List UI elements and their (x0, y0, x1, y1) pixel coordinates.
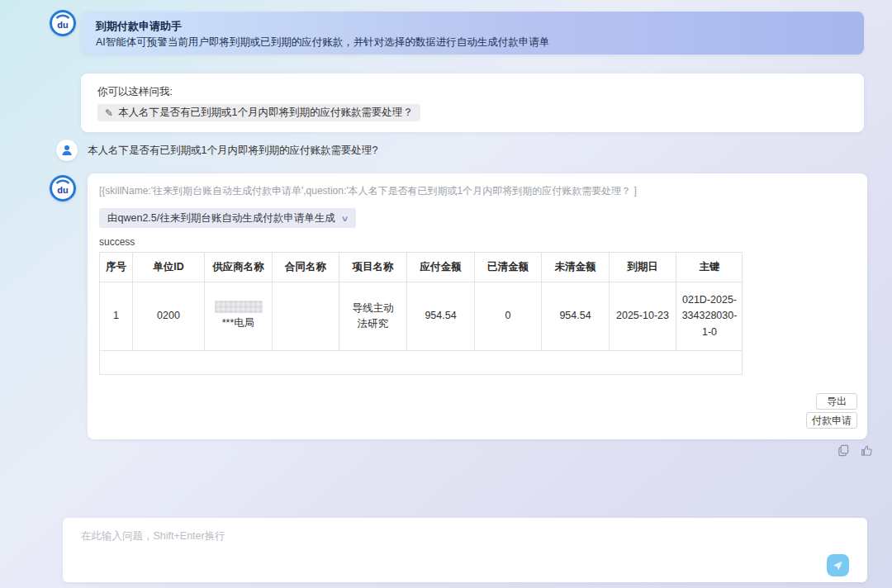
col-header-outstanding: 未清金额 (542, 253, 610, 282)
copy-icon[interactable] (837, 444, 850, 457)
cell-payable: 954.54 (407, 282, 475, 350)
cell-supplier: ***电局 (205, 282, 273, 350)
cell-unit-id: 0200 (133, 282, 205, 350)
cell-primary-key: 021D-2025-334328030-1-0 (676, 282, 743, 350)
table-empty-row (100, 351, 742, 374)
send-button[interactable] (827, 554, 849, 576)
bot-logo-icon: du (50, 175, 76, 202)
col-header-cleared: 已清金额 (475, 253, 542, 282)
suggestion-card: 你可以这样问我: ✎ 本人名下是否有已到期或1个月内即将到期的应付账款需要处理？ (81, 74, 864, 132)
col-header-seq: 序号 (100, 253, 133, 282)
bot-logo-icon: du (50, 10, 76, 36)
cell-due-date: 2025-10-23 (610, 282, 676, 350)
export-button[interactable]: 导出 (816, 393, 857, 410)
svg-text:du: du (57, 20, 68, 30)
cell-outstanding: 954.54 (542, 282, 610, 350)
svg-text:du: du (57, 185, 68, 195)
question-input[interactable] (79, 528, 809, 576)
suggested-question-chip[interactable]: ✎ 本人名下是否有已到期或1个月内即将到期的应付账款需要处理？ (97, 104, 420, 121)
skill-info-text: [{skillName:'往来到期台账自动生成付款申请单',question:'… (99, 184, 637, 198)
payment-request-button[interactable]: 付款申请 (806, 412, 857, 429)
cell-cleared: 0 (475, 282, 542, 350)
user-message-row: 本人名下是否有已到期或1个月内即将到期的应付账款需要处理? (56, 140, 377, 161)
cell-supplier-text: ***电局 (222, 315, 255, 331)
col-header-payable: 应付金额 (407, 253, 475, 282)
user-avatar (56, 140, 78, 161)
col-header-contract: 合同名称 (273, 253, 339, 282)
col-header-project: 项目名称 (339, 253, 407, 282)
suggestion-heading: 你可以这样问我: (97, 85, 173, 99)
col-header-due-date: 到期日 (610, 253, 676, 282)
thumbs-up-icon[interactable] (861, 444, 873, 457)
redaction-mosaic (215, 301, 263, 313)
bot-avatar: du (50, 175, 76, 202)
cell-seq: 1 (100, 282, 133, 350)
col-header-unit-id: 单位ID (133, 253, 205, 282)
composer-card (63, 518, 867, 582)
assistant-title: 到期付款申请助手 (96, 19, 182, 34)
pencil-icon: ✎ (105, 107, 113, 119)
response-feedback-row (837, 444, 873, 457)
chevron-down-icon: ∨ (340, 214, 349, 223)
person-icon (60, 144, 74, 157)
assistant-description: AI智能体可预警当前用户即将到期或已到期的应付账款，并针对选择的数据进行自动生成… (96, 36, 549, 50)
suggested-question-text: 本人名下是否有已到期或1个月内即将到期的应付账款需要处理？ (118, 106, 413, 120)
bot-response-card: [{skillName:'往来到期台账自动生成付款申请单',question:'… (88, 173, 867, 439)
bot-avatar: du (50, 10, 76, 36)
table-header-row: 序号 单位ID 供应商名称 合同名称 项目名称 应付金额 已清金额 未清金额 到… (100, 253, 742, 282)
cell-contract (273, 282, 339, 350)
table-row: 1 0200 ***电局 导线主动法研究 954.54 0 954.54 202… (100, 282, 742, 351)
cell-project: 导线主动法研究 (339, 282, 407, 350)
col-header-supplier: 供应商名称 (205, 253, 273, 282)
paper-plane-icon (832, 559, 844, 571)
col-header-primary-key: 主键 (676, 253, 743, 282)
model-selector-dropdown[interactable]: 由qwen2.5/往来到期台账自动生成付款申请单生成 ∨ (99, 208, 356, 228)
assistant-header-card: 到期付款申请助手 AI智能体可预警当前用户即将到期或已到期的应付账款，并针对选择… (81, 12, 864, 55)
user-message-text: 本人名下是否有已到期或1个月内即将到期的应付账款需要处理? (88, 144, 377, 158)
status-text: success (99, 236, 135, 248)
payables-table: 序号 单位ID 供应商名称 合同名称 项目名称 应付金额 已清金额 未清金额 到… (99, 252, 743, 375)
model-selector-label: 由qwen2.5/往来到期台账自动生成付款申请单生成 (107, 211, 335, 225)
